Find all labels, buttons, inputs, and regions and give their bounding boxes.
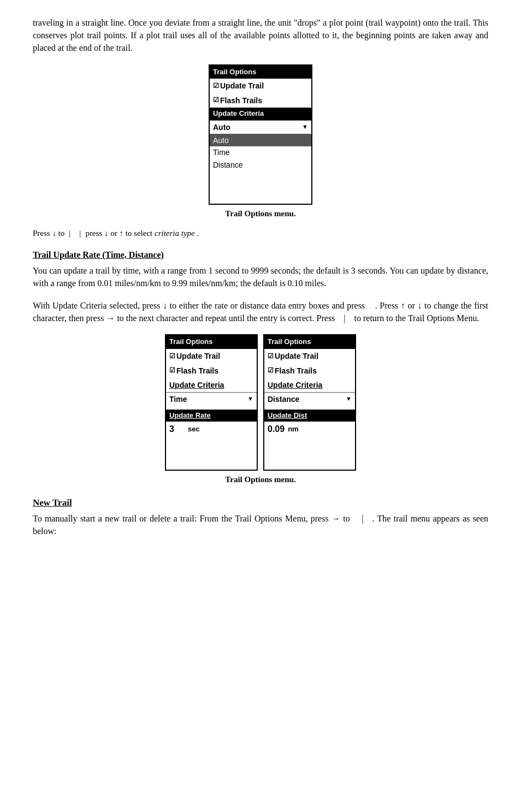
pipe-left: | (69, 228, 70, 240)
new-trail-heading: New Trail (33, 496, 488, 510)
pipe-right: | (79, 228, 81, 240)
press-instruction: press ↓ or ↑ to select criteria type (85, 228, 194, 240)
menu2-flash-trails-label: Flash Trails (176, 365, 218, 376)
menu2-dropdown-row[interactable]: Time ▼ (166, 392, 257, 406)
menu3-flash-trails: Flash Trails (264, 364, 355, 378)
menu3-dropdown-arrow: ▼ (346, 395, 352, 404)
menu1-dropdown-value: Auto (213, 122, 302, 133)
menu3-dropdown-value: Distance (268, 394, 346, 405)
menu1-update-trail: Update Trail (210, 79, 311, 93)
menu1-title: Trail Options (210, 66, 311, 79)
press-line: Press ↓ to | | press ↓ or ↑ to select cr… (33, 228, 488, 240)
menu2-criteria-label: Update Criteria (166, 378, 257, 392)
menu1-dropdown-list: Auto Time Distance (210, 134, 311, 171)
section1-para2: With Update Criteria selected, press ↓ t… (33, 299, 488, 324)
caption-1: Trail Options menu. (33, 208, 488, 220)
menu2-rate-val-row: 3 sec (166, 422, 257, 436)
menu2-dropdown-value: Time (169, 394, 247, 405)
menu2-dropdown-arrow: ▼ (247, 395, 253, 404)
flash-trails-label: Flash Trails (220, 95, 262, 106)
menu3-rate-unit: nm (288, 424, 299, 435)
menu2-criteria-text: Update Criteria (169, 380, 224, 390)
menu3-criteria-label: Update Criteria (264, 378, 355, 392)
press-dot: . (195, 228, 199, 240)
menu3-flash-trails-label: Flash Trails (275, 365, 317, 376)
menu2-update-trail-label: Update Trail (176, 351, 220, 361)
menu1-option-time[interactable]: Time (210, 146, 311, 158)
trail-options-menu-2: Trail Options Update Trail Flash Trails … (165, 334, 258, 470)
menu3-update-trail-label: Update Trail (275, 351, 318, 361)
menu3-rate-value: 0.09 (268, 423, 285, 435)
menu2-flash-trails: Flash Trails (166, 364, 257, 378)
menu1-dropdown-row[interactable]: Auto ▼ (210, 120, 311, 134)
menu3-update-trail: Update Trail (264, 349, 355, 363)
menu3-dropdown-row[interactable]: Distance ▼ (264, 392, 355, 406)
menu2-update-trail: Update Trail (166, 349, 257, 363)
section1-para1: You can update a trail by time, with a r… (33, 264, 488, 289)
menu1-option-distance[interactable]: Distance (210, 159, 311, 171)
menu3-rate-label: Update Dist (264, 410, 355, 422)
section1-heading: Trail Update Rate (Time, Distance) (33, 248, 488, 261)
criteria-type-text: criteria type (155, 229, 195, 238)
menu2-rate-label: Update Rate (166, 410, 257, 422)
caption-2: Trail Options menu. (33, 474, 488, 486)
menu2-rate-value: 3 (169, 423, 185, 435)
menu1-criteria-label: Update Criteria (210, 108, 311, 120)
trail-options-menu-3: Trail Options Update Trail Flash Trails … (263, 334, 356, 470)
menu3-title: Trail Options (264, 335, 355, 349)
new-trail-para: To manually start a new trail or delete … (33, 512, 488, 537)
menu1-option-auto[interactable]: Auto (210, 134, 311, 146)
menu2-rate-unit: sec (188, 424, 200, 435)
menu2-title: Trail Options (166, 335, 257, 349)
menu1-flash-trails: Flash Trails (210, 93, 311, 108)
intro-paragraph: traveling in a straight line. Once you d… (33, 16, 488, 55)
two-menus-container: Trail Options Update Trail Flash Trails … (33, 334, 488, 470)
update-trail-label: Update Trail (220, 80, 264, 91)
menu1-dropdown-arrow: ▼ (302, 123, 308, 132)
menu3-rate-val-row: 0.09 nm (264, 422, 355, 436)
trail-options-menu-1: Trail Options Update Trail Flash Trails … (209, 64, 312, 205)
menu1-container: Trail Options Update Trail Flash Trails … (33, 64, 488, 205)
press-down-to: Press ↓ to (33, 228, 64, 240)
menu3-criteria-text: Update Criteria (268, 380, 322, 390)
